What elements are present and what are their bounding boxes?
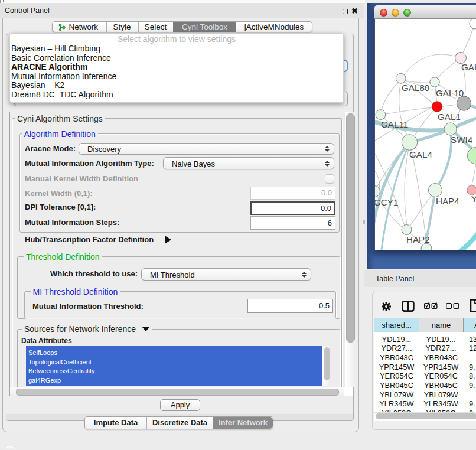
svg-text:Y: Y xyxy=(471,194,476,204)
svg-text:SWI4: SWI4 xyxy=(451,135,472,145)
svg-text:GAL1: GAL1 xyxy=(438,112,461,122)
svg-text:GAL11: GAL11 xyxy=(381,119,408,129)
svg-text:GAL10: GAL10 xyxy=(436,88,464,98)
svg-text:GAL80: GAL80 xyxy=(402,83,429,93)
svg-text:GAL4: GAL4 xyxy=(409,149,432,159)
svg-text:HAP2: HAP2 xyxy=(406,234,430,244)
svg-text:GAL2: GAL2 xyxy=(461,62,476,72)
svg-text:GCY1: GCY1 xyxy=(375,197,398,207)
svg-text:HAP4: HAP4 xyxy=(436,196,459,206)
